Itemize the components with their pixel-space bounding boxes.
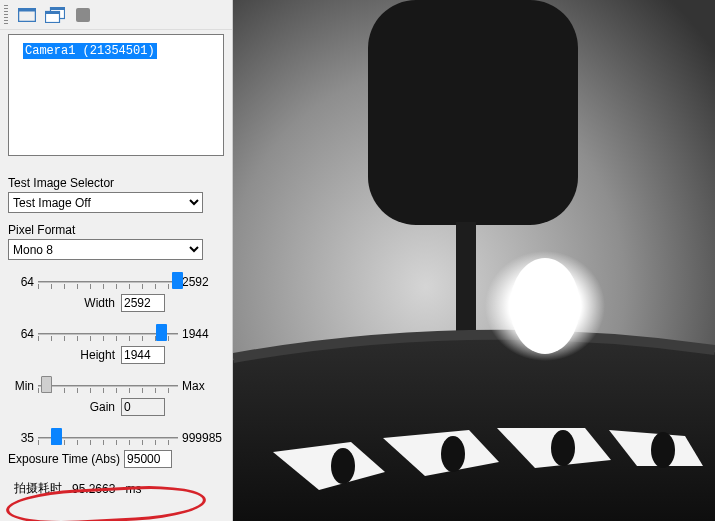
svg-rect-1 — [19, 8, 36, 11]
height-min-label: 64 — [8, 327, 34, 341]
image-selector-label: Test Image Selector — [8, 176, 224, 190]
exposure-max-label: 999985 — [182, 431, 224, 445]
svg-rect-3 — [51, 7, 65, 10]
left-panel: Camera1 (21354501) Test Image Selector T… — [0, 0, 233, 521]
gain-input — [121, 398, 165, 416]
exposure-min-label: 35 — [8, 431, 34, 445]
svg-point-10 — [331, 448, 355, 484]
toolbar — [0, 0, 232, 30]
gain-slider-thumb[interactable] — [41, 376, 52, 393]
pixel-format-combo[interactable]: Mono 8 — [8, 239, 203, 260]
status-row: 拍摄耗时 95.2663 ms — [8, 480, 224, 497]
svg-point-12 — [551, 430, 575, 466]
multi-window-icon — [45, 7, 65, 23]
preview-panel — [233, 0, 715, 521]
height-slider[interactable] — [38, 325, 178, 343]
tool-single-window-button[interactable] — [14, 3, 40, 27]
height-input[interactable] — [121, 346, 165, 364]
gain-slider[interactable] — [38, 377, 178, 395]
svg-rect-5 — [46, 11, 60, 14]
width-field-label: Width — [67, 296, 115, 310]
tool-multi-window-button[interactable] — [42, 3, 68, 27]
svg-rect-9 — [456, 222, 476, 342]
controls-panel: Test Image Selector Test Image Off Pixel… — [0, 164, 232, 503]
svg-rect-8 — [368, 0, 578, 225]
height-slider-thumb[interactable] — [156, 324, 167, 341]
svg-rect-6 — [76, 8, 90, 22]
svg-point-13 — [651, 432, 675, 468]
width-slider[interactable] — [38, 273, 178, 291]
svg-point-11 — [441, 436, 465, 472]
svg-point-15 — [510, 258, 580, 354]
capture-time-value: 95.2663 — [72, 482, 115, 496]
pixel-format-label: Pixel Format — [8, 223, 224, 237]
toolbar-grip — [4, 5, 8, 25]
gain-min-label: Min — [8, 379, 34, 393]
camera-list[interactable]: Camera1 (21354501) — [8, 34, 224, 156]
camera-list-item[interactable]: Camera1 (21354501) — [23, 43, 157, 59]
width-input[interactable] — [121, 294, 165, 312]
exposure-slider-thumb[interactable] — [51, 428, 62, 445]
width-slider-thumb[interactable] — [172, 272, 183, 289]
exposure-slider[interactable] — [38, 429, 178, 447]
gain-max-label: Max — [182, 379, 224, 393]
width-max-label: 2592 — [182, 275, 224, 289]
tool-stop-button[interactable] — [70, 3, 96, 27]
gain-field-label: Gain — [67, 400, 115, 414]
width-min-label: 64 — [8, 275, 34, 289]
height-max-label: 1944 — [182, 327, 224, 341]
capture-time-label: 拍摄耗时 — [14, 480, 62, 497]
camera-preview-image — [233, 0, 715, 521]
height-field-label: Height — [67, 348, 115, 362]
exposure-field-label: Exposure Time (Abs) — [8, 452, 120, 466]
stop-icon — [75, 7, 91, 23]
image-selector-combo[interactable]: Test Image Off — [8, 192, 203, 213]
exposure-input[interactable] — [124, 450, 172, 468]
single-window-icon — [18, 8, 36, 22]
capture-time-unit: ms — [125, 482, 141, 496]
